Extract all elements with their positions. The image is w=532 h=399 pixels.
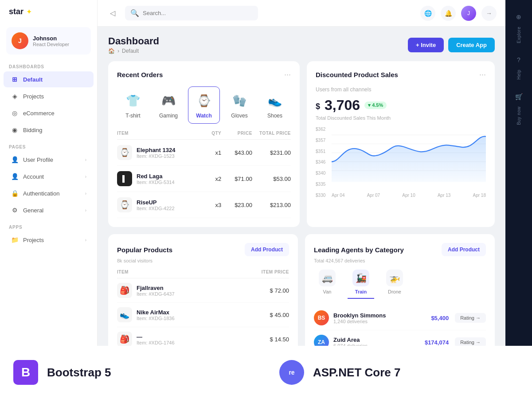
buy-icon: 🛒 — [511, 89, 527, 105]
more-options-icon[interactable]: ··· — [284, 70, 291, 79]
popular-subtitle: 8k social visitors — [117, 258, 289, 263]
list-item: 👟 Nike AirMax Item: #XDG-1836 $ 45.00 — [117, 303, 289, 327]
category-tabs: 👕 T-shirt 🎮 Gaming ⌚ Watch 🧤 Gloves — [117, 86, 291, 124]
chevron-right-icon: › — [85, 191, 86, 196]
table-row: ⌚ RiseUP Item: #XDG-4222 x3 $23.00 $213.… — [117, 192, 291, 218]
product-image: ▌ — [117, 171, 132, 186]
sidebar-item-account[interactable]: 👤 Account › — [4, 168, 94, 184]
projects-icon: ◈ — [11, 92, 19, 100]
title-wrap: Dashboard 🏠 › Default — [108, 35, 159, 54]
search-icon: 🔍 — [130, 9, 139, 17]
breadcrumb-current: Default — [122, 48, 139, 54]
chevron-right-icon: › — [85, 208, 86, 213]
right-panel: ⊕ Explore ? Help 🛒 Buy now — [505, 0, 532, 399]
table-header: ITEM QTY PRICE TOTAL PRICE — [117, 131, 291, 140]
bidding-icon: ◉ — [11, 126, 19, 134]
card-header: Discounted Product Sales ··· — [316, 70, 486, 79]
card-title: Discounted Product Sales — [316, 71, 398, 78]
sidebar-item-label: Bidding — [23, 127, 42, 133]
collapse-sidebar-button[interactable]: ◁ — [106, 7, 119, 20]
auth-icon: 🔒 — [11, 189, 19, 197]
user-avatar-topbar[interactable]: J — [461, 6, 476, 21]
user-profile-icon: 👤 — [11, 156, 19, 164]
orders-table: ITEM QTY PRICE TOTAL PRICE ⌚ Elephant 13… — [117, 131, 291, 218]
tab-watch[interactable]: ⌚ Watch — [188, 86, 220, 124]
sidebar: star ✦ J Johnson React Developer DASHBOA… — [0, 0, 98, 399]
sidebar-item-general[interactable]: ⚙ General › — [4, 202, 94, 218]
recent-orders-card: Recent Orders ··· 👕 T-shirt 🎮 Gaming ⌚ W… — [108, 61, 300, 227]
buy-now-label: Buy now — [516, 106, 521, 125]
arrow-right-icon[interactable]: → — [481, 6, 497, 21]
chevron-right-icon: › — [85, 238, 86, 243]
sidebar-item-projects[interactable]: ◈ Projects — [4, 88, 94, 104]
avatar: J — [12, 32, 28, 49]
invite-button[interactable]: + Invite — [408, 38, 444, 52]
drone-icon: 🚁 — [386, 270, 403, 286]
bootstrap-banner[interactable]: B Bootstrap 5 — [0, 346, 266, 399]
rating-button[interactable]: Rating → — [455, 313, 486, 323]
train-icon: 🚂 — [352, 270, 369, 286]
sidebar-item-ecommerce[interactable]: ◎ eCommerce — [4, 105, 94, 121]
shoes-icon: 👟 — [266, 91, 284, 110]
section-pages: PAGES — [0, 138, 97, 151]
user-role: React Developer — [33, 42, 69, 47]
tab-gaming[interactable]: 🎮 Gaming — [153, 86, 184, 124]
more-options-icon[interactable]: ··· — [479, 70, 486, 79]
table-header: ITEM ITEM PRICE — [117, 270, 289, 278]
account-icon: 👤 — [11, 172, 19, 180]
section-dashboards: DASHBOARDS — [0, 58, 97, 71]
explore-icon: ⊕ — [511, 9, 527, 25]
add-product-button[interactable]: Add Product — [245, 243, 289, 256]
agents-subtitle: Total 424,567 deliveries — [314, 258, 486, 263]
user-info: Johnson React Developer — [33, 35, 69, 47]
explore-item[interactable]: ⊕ Explore — [511, 9, 527, 43]
sidebar-item-label: Account — [23, 173, 44, 180]
main-content: ◁ 🔍 🌐 🔔 J → Dashboard 🏠 › Default — [98, 0, 505, 399]
tab-drone[interactable]: 🚁 Drone — [381, 270, 408, 299]
tab-train[interactable]: 🚂 Train — [348, 270, 374, 299]
bootstrap-label: Bootstrap 5 — [47, 366, 111, 379]
notification-icon[interactable]: 🔔 — [441, 6, 456, 21]
card-title: Recent Orders — [117, 71, 163, 78]
add-product-button-agents[interactable]: Add Product — [442, 243, 486, 256]
cards-row: Recent Orders ··· 👕 T-shirt 🎮 Gaming ⌚ W… — [108, 61, 495, 227]
content-area: Dashboard 🏠 › Default + Invite Create Ap… — [98, 27, 505, 399]
aspnet-label: ASP.NET Core 7 — [313, 366, 400, 379]
tab-tshirt[interactable]: 👕 T-shirt — [117, 86, 149, 124]
card-title: Leading Agents by Category — [314, 246, 404, 254]
aspnet-banner[interactable]: re ASP.NET Core 7 — [266, 346, 532, 399]
explore-label: Explore — [516, 27, 521, 43]
buy-now-item[interactable]: 🛒 Buy now — [511, 89, 527, 125]
sidebar-item-label: Default — [23, 76, 43, 83]
create-app-button[interactable]: Create App — [448, 38, 495, 52]
product-image: ⌚ — [117, 197, 132, 212]
help-item[interactable]: ? Help — [511, 52, 527, 80]
sidebar-item-authentication[interactable]: 🔒 Authentication › — [4, 185, 94, 201]
agent-stats: $5,400 Rating → — [431, 313, 486, 323]
currency-symbol: $ — [316, 102, 320, 111]
tab-van[interactable]: 🚐 Van — [314, 270, 340, 299]
card-header: Leading Agents by Category Add Product — [314, 243, 486, 256]
sidebar-item-label: Authentication — [23, 190, 59, 197]
watch-icon: ⌚ — [195, 91, 213, 110]
tab-gloves[interactable]: 🧤 Gloves — [223, 86, 255, 124]
discounted-sales-card: Discounted Product Sales ··· Users from … — [307, 61, 495, 227]
logo-star-icon: ✦ — [26, 8, 32, 16]
help-label: Help — [516, 70, 521, 80]
tab-shoes[interactable]: 👟 Shoes — [259, 86, 291, 124]
topbar: ◁ 🔍 🌐 🔔 J → — [98, 0, 505, 27]
globe-icon[interactable]: 🌐 — [420, 6, 435, 21]
product-item: 🎒 — Item: #XDG-1746 — [117, 332, 232, 347]
sidebar-item-default[interactable]: ⊞ Default — [4, 71, 94, 87]
sidebar-item-user-profile[interactable]: 👤 User Profile › — [4, 152, 94, 168]
search-input[interactable] — [143, 10, 253, 16]
sales-amount: $ 3,706 ▾ 4.5% — [316, 97, 486, 113]
sidebar-item-label: eCommerce — [23, 110, 55, 117]
page-title: Dashboard — [108, 35, 159, 47]
sidebar-item-bidding[interactable]: ◉ Bidding — [4, 122, 94, 138]
logo-text: star — [9, 7, 23, 16]
sidebar-item-apps-projects[interactable]: 📁 Projects › — [4, 232, 94, 248]
user-card: J Johnson React Developer — [6, 27, 91, 55]
sales-chart: $362 $357 $351 $346 $340 $335 $330 — [316, 127, 486, 198]
product-item: 🎒 Fjallraven Item: #XDG-6437 — [117, 283, 232, 298]
